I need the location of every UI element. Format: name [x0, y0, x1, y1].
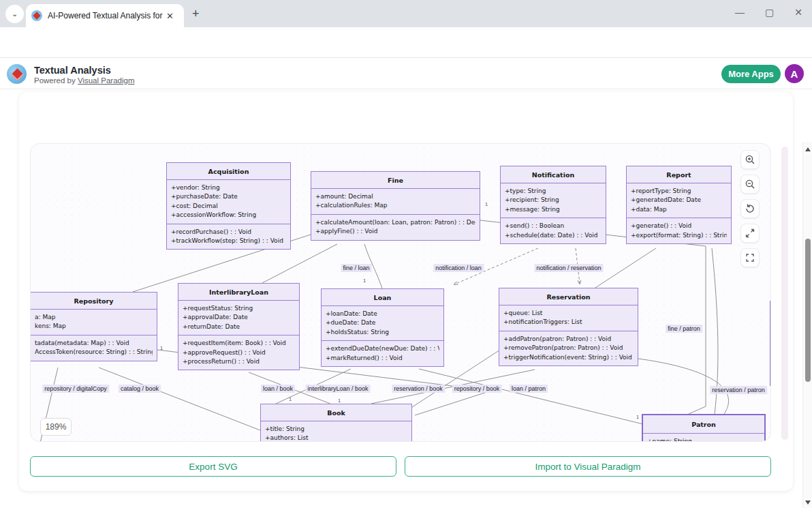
class-diagram-canvas[interactable]: Acquisition +vendor: String+purchaseDate…	[30, 143, 771, 442]
scroll-down-icon[interactable]	[805, 500, 811, 505]
uml-member: +notificationTriggers: List	[503, 318, 634, 327]
multiplicity-label: 1	[363, 278, 366, 284]
zoom-out-button[interactable]	[740, 175, 760, 194]
class-box-interlibraryloan[interactable]: InterlibraryLoan +requestStatus: String+…	[178, 283, 300, 370]
browser-tab-strip: ⌄ AI-Powered Textual Analysis for ✕ + — …	[0, 0, 812, 27]
class-box-fine[interactable]: Fine +amount: Decimal+calculationRules: …	[311, 171, 480, 241]
visual-paradigm-link[interactable]: Visual Paradigm	[78, 76, 135, 85]
class-attributes: +reportType: String+generatedDate: Date+…	[627, 183, 731, 218]
class-box-reservation[interactable]: Reservation +queue: List+notificationTri…	[499, 288, 638, 366]
window-close-button[interactable]: ✕	[794, 7, 802, 18]
page-scrollbar[interactable]	[802, 142, 812, 508]
uml-member: +holdsStatus: String	[326, 328, 439, 337]
class-box-book[interactable]: Book +title: String+authors: List	[260, 404, 412, 442]
class-attributes: +type: String+recipient: String+message:…	[501, 183, 606, 218]
class-methods: +requestItem(item: Book) : : Void+approv…	[178, 335, 299, 370]
uml-member: +returnDate: Date	[183, 323, 295, 331]
uml-member: +authors: List	[265, 434, 407, 442]
class-attributes: a: Mapkens: Map	[31, 310, 157, 335]
uml-member: +send() : : Boolean	[505, 222, 602, 230]
class-title: Report	[627, 166, 731, 183]
new-tab-button[interactable]: +	[192, 7, 200, 21]
browser-tab[interactable]: AI-Powered Textual Analysis for ✕	[26, 4, 184, 27]
relationship-label: fine / loan	[341, 264, 371, 272]
reset-view-button[interactable]	[740, 199, 760, 218]
diagram-scrollbar[interactable]	[781, 147, 788, 440]
uml-member: +vendor: String	[171, 183, 286, 192]
uml-member: +loanDate: Date	[326, 310, 439, 318]
import-to-visual-paradigm-button[interactable]: Import to Visual Paradigm	[405, 456, 771, 477]
uml-member: AccessToken(resource: String) : : String	[35, 348, 153, 357]
uml-member: kens: Map	[35, 322, 153, 331]
tab-title: AI-Powered Textual Analysis for	[48, 11, 163, 20]
class-title: Reservation	[499, 288, 638, 305]
uml-member: +extendDueDate(newDue: Date) : : Void	[326, 344, 439, 353]
uml-member: +reportType: String	[631, 187, 727, 196]
class-box-patron[interactable]: Patron +name: String	[642, 414, 766, 442]
tab-close-icon[interactable]: ✕	[166, 11, 174, 21]
class-attributes: +vendor: String+purchaseDate: Date+cost:…	[167, 180, 290, 224]
app-title: Textual Analysis	[34, 65, 111, 76]
scrollbar-thumb[interactable]	[805, 239, 811, 382]
multiplicity-label: 1	[485, 201, 488, 207]
uml-member: +queue: List	[503, 309, 634, 318]
uml-member: +calculateAmount(loan: Loan, patron: Pat…	[315, 218, 475, 227]
uml-member: +addPatron(patron: Patron) : : Void	[503, 335, 634, 344]
class-box-acquisition[interactable]: Acquisition +vendor: String+purchaseDate…	[166, 162, 291, 250]
class-attributes: +queue: List+notificationTriggers: List	[499, 305, 638, 331]
uml-member: +title: String	[265, 425, 407, 434]
uml-member: +amount: Decimal	[315, 192, 475, 201]
textual-analysis-logo	[7, 64, 27, 84]
relationship-label: catalog / book	[119, 385, 161, 393]
relationship-label: fine / patron	[666, 325, 702, 333]
scroll-up-icon[interactable]	[805, 147, 811, 151]
class-box-notification[interactable]: Notification +type: String+recipient: St…	[500, 166, 606, 244]
class-title: Notification	[501, 166, 606, 183]
fullscreen-button[interactable]	[740, 248, 760, 267]
uml-member: +calculationRules: Map	[315, 201, 475, 210]
browser-toolbar: ← → ⟳ ai-toolbox.visual-paradigm.com/app…	[0, 27, 812, 58]
class-methods: +generate() : : Void+export(format: Stri…	[627, 218, 731, 243]
app-user-avatar[interactable]: A	[785, 64, 804, 83]
visual-paradigm-favicon	[31, 10, 42, 21]
uml-member: +recordPurchase() : : Void	[171, 228, 286, 237]
uml-member: +markReturned() : : Void	[326, 354, 439, 363]
relationship-label: reservation / patron	[710, 386, 767, 394]
wizard-stepper: 1 2 3 4 5 6 Problem Domain Problem Descr…	[0, 95, 812, 136]
uml-member: +accessionWorkflow: String	[171, 211, 286, 220]
powered-by-text: Powered by Visual Paradigm	[34, 76, 134, 85]
class-attributes: +requestStatus: String+approvalDate: Dat…	[178, 301, 299, 335]
window-minimize-button[interactable]: —	[735, 7, 745, 18]
class-box-loan[interactable]: Loan +loanDate: Date+dueDate: Date+holds…	[321, 288, 444, 367]
uml-member: +requestItem(item: Book) : : Void	[183, 339, 295, 348]
relationship-label: repository / book	[452, 385, 502, 393]
uml-member: +name: String	[647, 437, 760, 442]
uml-member: +data: Map	[631, 205, 727, 214]
uml-member: +dueDate: Date	[326, 318, 439, 327]
class-box-report[interactable]: Report +reportType: String+generatedDate…	[626, 166, 732, 244]
class-title: Book	[261, 404, 411, 421]
uml-member: +approvalDate: Date	[183, 313, 295, 322]
uml-member: tadata(metadata: Map) : : Void	[35, 339, 153, 348]
window-maximize-button[interactable]: ▢	[765, 7, 774, 18]
relationship-label: loan / book	[261, 385, 295, 393]
export-svg-button[interactable]: Export SVG	[30, 456, 396, 477]
class-title: InterlibraryLoan	[178, 284, 299, 301]
uml-member: +trackWorkflow(step: String) : : Void	[171, 237, 286, 245]
zoom-in-button[interactable]	[740, 150, 760, 169]
uml-member: +type: String	[505, 187, 602, 196]
relationship-label: reservation / book	[392, 385, 445, 393]
class-box-repository[interactable]: Repository a: Mapkens: Map tadata(metada…	[31, 292, 157, 361]
uml-member: +generatedDate: Date	[631, 196, 727, 205]
class-methods: +addPatron(patron: Patron) : : Void+remo…	[499, 331, 638, 365]
class-title: Loan	[322, 289, 443, 306]
tab-search-chevron-icon[interactable]: ⌄	[5, 5, 24, 23]
multiplicity-label: 1	[636, 414, 639, 420]
uml-member: +export(format: String) : : String	[631, 231, 727, 240]
fit-to-screen-button[interactable]	[740, 224, 760, 243]
class-attributes: +name: String	[643, 434, 764, 442]
relationship-label: repository / digitalCopy	[42, 385, 109, 393]
more-apps-button[interactable]: More Apps	[721, 65, 781, 83]
relationship-label: interlibraryLoan / book	[305, 385, 370, 393]
class-methods: +extendDueDate(newDue: Date) : : Void+ma…	[322, 340, 443, 366]
